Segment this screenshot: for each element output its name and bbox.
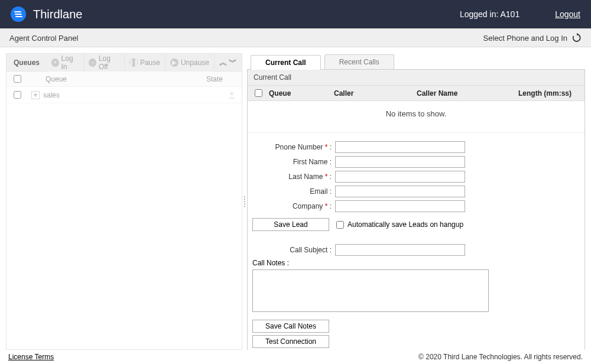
queues-panel: Queues + Log In – Log Off ❚❚ Pause ▶ Unp… bbox=[6, 53, 242, 350]
tab-current-call[interactable]: Current Call bbox=[251, 55, 321, 70]
call-table-header: Queue Caller Caller Name Length (mm:ss) bbox=[248, 86, 584, 101]
svg-point-0 bbox=[230, 92, 233, 95]
select-all-queues-checkbox[interactable] bbox=[14, 75, 21, 83]
logged-in-user: A101 bbox=[500, 9, 519, 19]
license-link[interactable]: License Terms bbox=[8, 353, 54, 361]
tabs: Current Call Recent Calls bbox=[247, 53, 585, 70]
email-label: Email : bbox=[252, 187, 335, 196]
brand-name: Thirdlane bbox=[33, 8, 82, 21]
queues-toolbar: Queues + Log In – Log Off ❚❚ Pause ▶ Unp… bbox=[7, 54, 242, 72]
tab-recent-calls[interactable]: Recent Calls bbox=[324, 54, 394, 69]
person-icon bbox=[228, 91, 236, 99]
lastname-label: Last Name * : bbox=[252, 173, 335, 181]
company-input[interactable] bbox=[335, 200, 465, 212]
play-icon: ▶ bbox=[170, 58, 178, 67]
subject-input[interactable] bbox=[335, 244, 465, 256]
footer: License Terms © 2020 Third Lane Technolo… bbox=[0, 350, 591, 364]
pause-icon: ❚❚ bbox=[129, 58, 138, 67]
auto-save-text: Automatically save Leads on hangup bbox=[348, 220, 463, 229]
queues-table-header: Queue State bbox=[7, 72, 242, 87]
panel-splitter[interactable] bbox=[242, 53, 247, 350]
logged-in-label: Logged in: bbox=[460, 9, 498, 19]
email-input[interactable] bbox=[335, 186, 465, 197]
company-label: Company * : bbox=[252, 202, 335, 210]
sub-header: Agent Control Panel Select Phone and Log… bbox=[0, 28, 591, 47]
call-panel: Current Call Recent Calls Current Call Q… bbox=[247, 53, 585, 350]
logged-in-status: Logged in: A101 bbox=[460, 9, 519, 19]
firstname-label: First Name : bbox=[252, 158, 335, 166]
subject-label: Call Subject : bbox=[252, 246, 335, 254]
auto-save-label[interactable]: Automatically save Leads on hangup bbox=[336, 220, 463, 229]
queue-row: + sales bbox=[7, 87, 242, 103]
state-col-header: State bbox=[206, 75, 242, 83]
queues-title: Queues bbox=[7, 58, 47, 67]
col-caller-name: Caller Name bbox=[417, 89, 505, 98]
expand-row-icon[interactable]: + bbox=[31, 91, 40, 99]
main-content: Queues + Log In – Log Off ❚❚ Pause ▶ Unp… bbox=[0, 47, 591, 350]
refresh-icon[interactable] bbox=[572, 33, 582, 43]
login-button-label: Log In bbox=[61, 54, 79, 71]
pause-button[interactable]: ❚❚ Pause bbox=[125, 54, 165, 72]
top-header: Thirdlane Logged in: A101 Logout bbox=[0, 0, 591, 28]
select-phone-link[interactable]: Select Phone and Log In bbox=[483, 34, 567, 43]
auto-save-checkbox[interactable] bbox=[336, 221, 344, 229]
pause-button-label: Pause bbox=[140, 58, 160, 67]
select-all-calls-checkbox[interactable] bbox=[255, 89, 262, 97]
lastname-input[interactable] bbox=[335, 171, 465, 183]
current-call-body: Current Call Queue Caller Caller Name Le… bbox=[247, 70, 585, 350]
logoff-button[interactable]: – Log Off bbox=[84, 54, 125, 72]
expand-all-icon[interactable]: ︾ bbox=[229, 57, 237, 68]
brand-logo bbox=[11, 6, 26, 22]
lead-form: Pnone Number * : First Name : Last Name … bbox=[248, 133, 584, 350]
menu-lines-icon bbox=[14, 9, 23, 19]
copyright: © 2020 Third Lane Technologies. All righ… bbox=[418, 353, 583, 361]
phone-input[interactable] bbox=[335, 141, 465, 153]
save-lead-button[interactable]: Save Lead bbox=[252, 218, 329, 231]
current-call-section-title: Current Call bbox=[248, 70, 584, 86]
col-length: Length (mm:ss) bbox=[505, 89, 584, 98]
login-button[interactable]: + Log In bbox=[47, 54, 84, 72]
logoff-button-label: Log Off bbox=[99, 54, 119, 71]
no-items-message: No items to show. bbox=[248, 101, 584, 133]
notes-textarea[interactable] bbox=[252, 269, 489, 312]
page-title: Agent Control Panel bbox=[9, 34, 78, 43]
save-notes-button[interactable]: Save Call Notes bbox=[252, 320, 329, 333]
plus-icon: + bbox=[51, 58, 59, 67]
queue-row-checkbox[interactable] bbox=[14, 91, 21, 99]
phone-label: Pnone Number * : bbox=[252, 143, 335, 151]
queue-name: sales bbox=[43, 91, 228, 99]
unpause-button-label: Unpause bbox=[181, 58, 209, 67]
firstname-input[interactable] bbox=[335, 156, 465, 168]
logout-link[interactable]: Logout bbox=[555, 9, 580, 19]
minus-icon: – bbox=[89, 58, 96, 67]
col-queue: Queue bbox=[269, 89, 334, 98]
collapse-all-icon[interactable]: ︽ bbox=[219, 57, 228, 68]
queue-col-header: Queue bbox=[28, 75, 206, 83]
notes-label: Call Notes : bbox=[252, 258, 580, 269]
unpause-button[interactable]: ▶ Unpause bbox=[165, 54, 215, 72]
test-connection-button[interactable]: Test Connection bbox=[252, 335, 329, 348]
col-caller: Caller bbox=[334, 89, 417, 98]
expand-collapse-group: ︽ ︾ bbox=[215, 57, 242, 68]
